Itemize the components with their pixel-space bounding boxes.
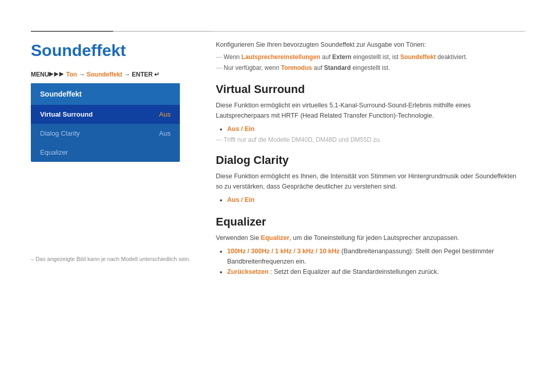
eq-frequencies: 100Hz / 300Hz / 1 kHz / 3 kHz / 10 kHz <box>227 248 340 255</box>
top-line-accent <box>31 31 113 32</box>
breadcrumb: MENU⯈⯈⯈ Ton → Soundeffekt → ENTER ↵ <box>31 71 160 78</box>
dc-aus-ein: Aus / Ein <box>227 196 254 203</box>
equalizer-desc: Verwenden Sie Equalizer, um die Toneinst… <box>216 233 524 243</box>
content-area: Konfigurieren Sie Ihren bevorzugten Soun… <box>216 40 524 279</box>
equalizer-title: Equalizer <box>216 215 524 229</box>
eq-reset: Zurücksetzen <box>227 268 269 275</box>
equalizer-inline-link: Equalizer <box>261 234 290 241</box>
note-2-last: eingestellt ist. <box>353 64 390 71</box>
intro-note-1: — Wenn Lautsprechereinstellungen auf Ext… <box>216 52 524 62</box>
eq-reset-desc: : Setzt den Equalizer auf die Standardei… <box>270 268 439 275</box>
virtual-surround-title: Virtual Surround <box>216 83 524 96</box>
page-title: Soundeffekt <box>31 41 126 60</box>
equalizer-bullet-1: 100Hz / 300Hz / 1 kHz / 3 kHz / 10 kHz (… <box>227 246 524 267</box>
sidebar-item-label: Virtual Surround <box>40 110 92 118</box>
breadcrumb-enter: ENTER ↵ <box>132 71 159 78</box>
dialog-clarity-bullet-1: Aus / Ein <box>227 195 524 205</box>
section-dialog-clarity: Dialog Clarity Diese Funktion ermöglicht… <box>216 154 524 205</box>
breadcrumb-menu-prefix: MENU <box>31 71 49 78</box>
equalizer-bullets: 100Hz / 300Hz / 1 kHz / 3 kHz / 10 kHz (… <box>216 246 524 277</box>
breadcrumb-soundeffekt: Soundeffekt <box>86 71 124 78</box>
dash-2: — <box>216 64 224 71</box>
note-1-prefix: Wenn <box>224 53 241 61</box>
note-2-bold: Standard <box>324 64 351 71</box>
vs-aus-ein: Aus / Ein <box>227 125 254 133</box>
content-top-line <box>213 31 527 31</box>
note-1-end2: deaktiviert. <box>437 53 467 61</box>
equalizer-bullet-2: Zurücksetzen : Setzt den Equalizer auf d… <box>227 267 524 277</box>
virtual-surround-note: — Trifft nur auf die Modelle DM40D, DM48… <box>216 136 524 143</box>
virtual-surround-desc: Diese Funktion ermöglicht ein virtuelles… <box>216 100 524 121</box>
section-equalizer: Equalizer Verwenden Sie Equalizer, um di… <box>216 215 524 277</box>
sidebar-item-value: Aus <box>159 129 171 137</box>
sidebar-item-label: Dialog Clarity <box>40 129 80 137</box>
sidebar-header: Soundeffekt <box>31 83 180 105</box>
sidebar-item-label: Equalizer <box>40 148 68 156</box>
note-2-orange: Tonmodus <box>281 64 312 71</box>
sidebar-item-dialog-clarity[interactable]: Dialog Clarity Aus <box>31 124 180 143</box>
section-virtual-surround: Virtual Surround Diese Funktion ermöglic… <box>216 83 524 143</box>
sidebar-item-virtual-surround[interactable]: Virtual Surround Aus <box>31 105 180 124</box>
sidebar-item-equalizer[interactable]: Equalizer <box>31 143 180 162</box>
dialog-clarity-bullets: Aus / Ein <box>216 195 524 205</box>
dialog-clarity-title: Dialog Clarity <box>216 154 524 167</box>
note-1-bold1: Extern <box>332 53 351 61</box>
dash-1: — <box>216 53 224 61</box>
note-1-orange2: Soundeffekt <box>400 53 436 61</box>
sidebar-menu: Soundeffekt Virtual Surround Aus Dialog … <box>31 83 180 162</box>
intro-note-2: — Nur verfügbar, wenn Tonmodus auf Stand… <box>216 63 524 72</box>
virtual-surround-bullets: Aus / Ein <box>216 124 524 134</box>
note-1-mid: auf <box>322 53 332 61</box>
note-1-orange1: Lautsprechereinstellungen <box>242 53 320 61</box>
note-1-end1: eingestellt ist, ist <box>353 53 400 61</box>
footnote: – Das angezeigte Bild kann je nach Model… <box>31 256 191 262</box>
breadcrumb-ton: Ton <box>66 71 79 78</box>
dialog-clarity-desc: Diese Funktion ermöglicht es Ihnen, die … <box>216 171 524 192</box>
sidebar-item-value: Aus <box>159 110 171 118</box>
virtual-surround-bullet-1: Aus / Ein <box>227 124 524 134</box>
note-2-after: auf <box>314 64 324 71</box>
intro-text: Konfigurieren Sie Ihren bevorzugten Soun… <box>216 40 524 50</box>
note-2-text: Nur verfügbar, wenn <box>224 64 281 71</box>
